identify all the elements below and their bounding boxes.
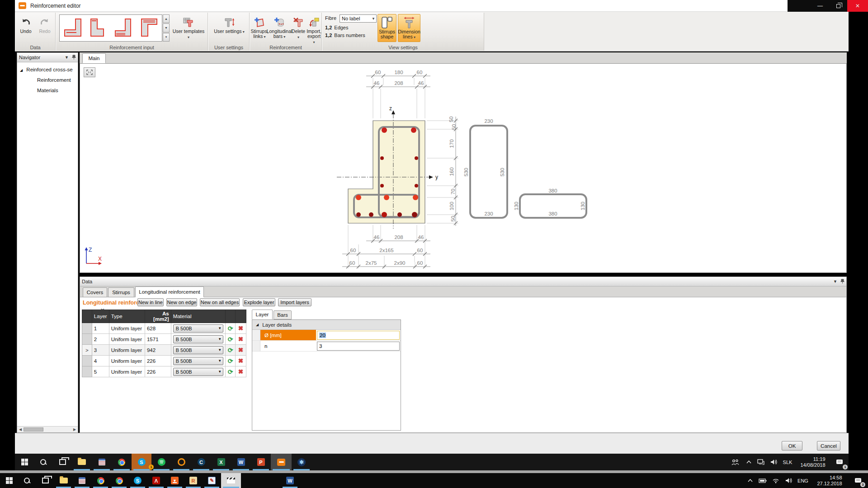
edges-toggle[interactable]: 1,2 Edges xyxy=(325,25,349,30)
tray-expand-button[interactable] xyxy=(743,454,755,470)
template-scroll-down[interactable]: ▼ xyxy=(163,23,170,32)
action-center-button[interactable]: 1 xyxy=(830,454,849,470)
material-dropdown[interactable]: B 500B▼ xyxy=(173,368,223,376)
n-input[interactable]: 3 xyxy=(317,342,400,351)
task-view-button[interactable] xyxy=(53,454,72,470)
taskbar-chrome-profile1[interactable] xyxy=(91,473,110,488)
task-view-button[interactable] xyxy=(36,473,54,488)
tree-item-reinforcement[interactable]: Reinforcement xyxy=(37,77,71,83)
template-thumb-3[interactable] xyxy=(113,17,135,39)
clock[interactable]: 11:1914/08/2018 xyxy=(795,454,830,470)
refresh-material-icon[interactable]: ⟳ xyxy=(228,347,233,354)
material-dropdown[interactable]: B 500B▼ xyxy=(173,357,223,365)
tab-layer[interactable]: Layer xyxy=(252,310,273,319)
user-templates-button[interactable]: User templates xyxy=(172,14,205,40)
table-row[interactable]: 5 Uniform layer 226 B 500B▼ ⟳ ✖ xyxy=(82,366,246,377)
navigator-hscrollbar[interactable]: ◀ ▶ xyxy=(17,426,78,432)
taskbar-reinforcement-editor-active[interactable] xyxy=(271,454,292,470)
taskbar-video-player-active[interactable] xyxy=(221,473,241,488)
redo-button[interactable]: Redo xyxy=(36,14,54,34)
section-shape[interactable] xyxy=(348,121,425,223)
bars-numbers-toggle[interactable]: 1,2 Bars numbers xyxy=(325,33,365,38)
network-button[interactable] xyxy=(755,454,767,470)
new-on-all-edges-button[interactable]: New on all edges xyxy=(200,298,240,306)
taskbar-cad-app[interactable] xyxy=(73,473,91,488)
table-row[interactable]: 2 Uniform layer 1571 B 500B▼ ⟳ ✖ xyxy=(82,334,246,345)
material-dropdown[interactable]: B 500B▼ xyxy=(173,324,223,333)
table-row[interactable]: 1 Uniform layer 628 B 500B▼ ⟳ ✖ xyxy=(82,323,246,334)
taskbar-camtasia[interactable]: C xyxy=(191,454,211,470)
taskbar-file-explorer[interactable] xyxy=(72,454,92,470)
ok-button[interactable]: OK xyxy=(782,441,802,450)
people-button[interactable] xyxy=(727,454,743,470)
refresh-material-icon[interactable]: ⟳ xyxy=(228,336,233,343)
drawing-canvas[interactable]: Z X z y xyxy=(80,63,847,273)
start-button[interactable] xyxy=(15,454,34,470)
cancel-button[interactable]: Cancel xyxy=(817,441,840,450)
collapse-icon[interactable]: ◢ xyxy=(256,323,259,327)
taskbar-file-explorer[interactable] xyxy=(54,473,73,488)
table-row-selected[interactable]: > 3 Uniform layer 942 B 500B▼ ⟳ ✖ xyxy=(82,345,246,356)
tab-bars[interactable]: Bars xyxy=(274,310,292,319)
delete-layer-icon[interactable]: ✖ xyxy=(238,336,243,343)
language-indicator[interactable]: SLK xyxy=(780,454,795,470)
template-thumb-1[interactable] xyxy=(62,17,85,39)
tray-expand-button[interactable] xyxy=(744,473,756,488)
taskbar-excel[interactable]: X xyxy=(211,454,231,470)
tree-collapse-icon[interactable]: ◢ xyxy=(20,68,23,72)
taskbar-word[interactable]: W xyxy=(281,473,299,488)
data-panel-pin-icon[interactable] xyxy=(840,279,844,285)
undo-button[interactable]: Undo xyxy=(17,14,35,34)
volume-button[interactable] xyxy=(782,473,795,488)
taskbar-image-editor[interactable]: ✎ xyxy=(203,473,221,488)
explode-layer-button[interactable]: Explode layer xyxy=(243,298,275,306)
tab-longitudinal-reinforcement[interactable]: Longitudinal reinforcement xyxy=(135,286,204,297)
user-settings-button[interactable]: User settings xyxy=(212,14,246,34)
taskbar-acrobat[interactable]: Λ xyxy=(147,473,165,488)
diameter-input[interactable]: 20 xyxy=(317,331,400,340)
taskbar-mail-app[interactable] xyxy=(171,454,191,470)
delete-layer-icon[interactable]: ✖ xyxy=(238,347,243,353)
refresh-material-icon[interactable]: ⟳ xyxy=(228,325,233,332)
template-gallery-more[interactable]: ▾ xyxy=(163,33,170,42)
restore-button[interactable] xyxy=(829,0,847,12)
import-export-button[interactable]: Import, export xyxy=(306,14,322,45)
taskbar-word[interactable]: W xyxy=(231,454,251,470)
template-thumb-4[interactable] xyxy=(138,17,160,39)
taskbar-skype[interactable]: S 1 xyxy=(132,454,151,470)
delete-layer-icon[interactable]: ✖ xyxy=(238,325,243,332)
template-gallery[interactable] xyxy=(59,14,162,42)
taskbar-idea-statica[interactable]: ✱ xyxy=(292,454,311,470)
tree-item-materials[interactable]: Materials xyxy=(37,88,58,93)
volume-button[interactable] xyxy=(767,454,780,470)
material-dropdown[interactable]: B 500B▼ xyxy=(173,335,223,343)
col-type[interactable]: Type xyxy=(109,310,145,323)
taskbar-chrome[interactable] xyxy=(112,454,132,470)
taskbar-rebar-app[interactable]: R xyxy=(184,473,203,488)
data-panel-dropdown-icon[interactable]: ▼ xyxy=(833,279,837,284)
layer-details-group[interactable]: ◢ Layer details xyxy=(252,320,401,330)
col-material[interactable]: Material xyxy=(171,310,225,323)
delete-layer-icon[interactable]: ✖ xyxy=(238,368,243,375)
start-button[interactable] xyxy=(0,473,18,488)
delete-button[interactable]: Delete xyxy=(291,14,306,40)
dimension-lines-toggle[interactable]: Dimension lines xyxy=(398,14,420,42)
scroll-thumb[interactable] xyxy=(24,427,43,432)
search-button[interactable] xyxy=(18,473,36,488)
language-indicator[interactable]: ENG xyxy=(795,473,811,488)
taskbar-skype[interactable]: S xyxy=(128,473,147,488)
scroll-right-icon[interactable]: ▶ xyxy=(71,427,78,432)
new-on-edge-button[interactable]: New on edge xyxy=(166,298,197,306)
minimize-button[interactable]: — xyxy=(811,0,829,12)
refresh-material-icon[interactable]: ⟳ xyxy=(228,368,233,375)
tab-main[interactable]: Main xyxy=(82,53,106,63)
taskbar-cad-app[interactable] xyxy=(92,454,112,470)
navigator-pin-icon[interactable] xyxy=(72,55,76,61)
battery-button[interactable] xyxy=(756,473,769,488)
stirrups-links-button[interactable]: Stirrups, links xyxy=(250,14,269,39)
fibre-dropdown[interactable]: No label▼ xyxy=(340,14,377,23)
material-dropdown[interactable]: B 500B▼ xyxy=(173,346,223,354)
navigator-dropdown-icon[interactable]: ▼ xyxy=(65,55,69,60)
template-thumb-2[interactable] xyxy=(87,17,110,39)
taskbar-spotify[interactable] xyxy=(151,454,171,470)
